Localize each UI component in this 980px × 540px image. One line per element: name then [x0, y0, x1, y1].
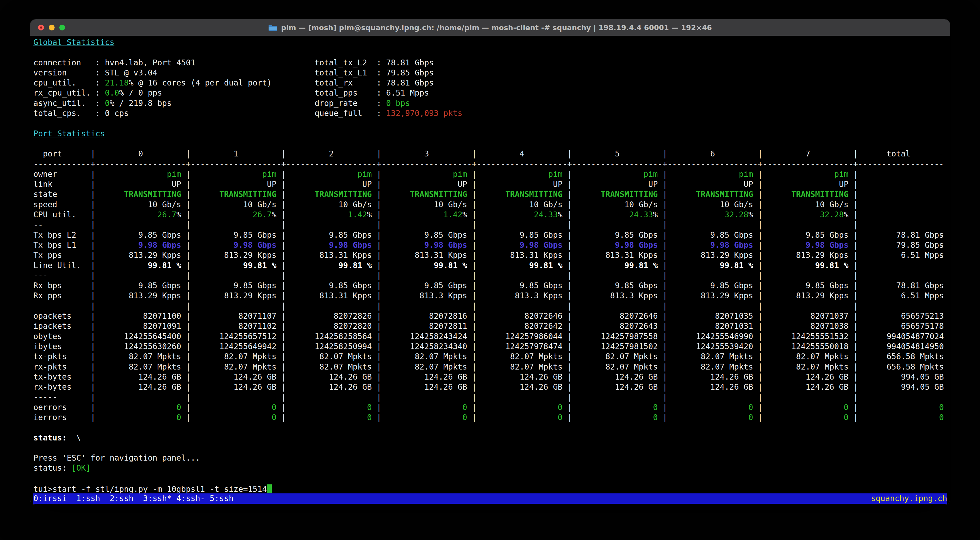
- prompt-line[interactable]: tui>start -f stl/ipng.py -m 10gbpsl1 -t …: [33, 483, 950, 493]
- blank-line: [33, 48, 950, 57]
- traffic-lights: [38, 19, 65, 36]
- table-row: link | UP | UP | UP | UP | UP | UP | UP …: [33, 179, 950, 189]
- blank-line: [33, 422, 950, 432]
- global-stats-line: rx_cpu_util. : 0.0% / 0 pps total_pps : …: [33, 88, 950, 98]
- screen-windows-list: 0:irssi 1:ssh 2:ssh 3:ssh* 4:ssh- 5:ssh: [33, 493, 234, 503]
- global-stats-line: cpu_util. : 21.18% @ 16 cores (4 per dua…: [33, 78, 950, 88]
- folder-icon: [268, 24, 277, 31]
- table-row: Rx bps | 9.85 Gbps | 9.85 Gbps | 9.85 Gb…: [33, 281, 950, 291]
- table-row: tx-pkts | 82.07 Mpkts | 82.07 Mpkts | 82…: [33, 351, 950, 362]
- table-row: obytes | 124255645400 | 124255657512 | 1…: [33, 331, 950, 341]
- table-header-row: port | 0 | 1 | 2 | 3 | 4 | 5 | 6 | 7 | t…: [33, 149, 950, 159]
- port-statistics-heading-line: Port Statistics: [33, 129, 950, 139]
- window-title-text: pim — [mosh] pim@squanchy.ipng.ch: /home…: [281, 24, 712, 32]
- table-row: CPU util. | 26.7% | 26.7% | 1.42% | 1.42…: [33, 210, 950, 220]
- table-row: ibytes | 124255630260 | 124255649942 | 1…: [33, 341, 950, 351]
- global-statistics-heading: Global Statistics: [33, 38, 115, 47]
- table-row: opackets | 82071100 | 82071107 | 8207282…: [33, 311, 950, 321]
- table-row: ----- | | | | | | | | |: [33, 392, 950, 402]
- status-ok-line: status: [OK]: [33, 463, 950, 473]
- table-row: Tx bps L1 | 9.98 Gbps | 9.98 Gbps | 9.98…: [33, 240, 950, 250]
- table-row: owner | pim | pim | pim | pim | pim | pi…: [33, 169, 950, 179]
- blank-line: [33, 118, 950, 129]
- table-row: oerrors | 0 | 0 | 0 | 0 | 0 | 0 | 0 | 0 …: [33, 402, 950, 412]
- terminal-cursor: [267, 484, 272, 493]
- table-separator: ------------+-------------------+-------…: [33, 159, 950, 169]
- table-row: speed | 10 Gb/s | 10 Gb/s | 10 Gb/s | 10…: [33, 200, 950, 210]
- global-stats-line: connection : hvn4.lab, Port 4501 total_t…: [33, 58, 950, 68]
- table-row: tx-bytes | 124.26 GB | 124.26 GB | 124.2…: [33, 372, 950, 382]
- table-row: Rx pps | 813.29 Kpps | 813.29 Kpps | 813…: [33, 291, 950, 301]
- global-stats-line: version : STL @ v3.04 total_tx_L1 : 79.8…: [33, 68, 950, 78]
- port-statistics-heading: Port Statistics: [33, 129, 105, 138]
- blank-line: [33, 443, 950, 453]
- zoom-button[interactable]: [59, 25, 65, 30]
- table-row: ipackets | 82071091 | 82071102 | 8207282…: [33, 321, 950, 331]
- titlebar[interactable]: pim — [mosh] pim@squanchy.ipng.ch: /home…: [30, 19, 950, 36]
- screen-status-bar: 0:irssi 1:ssh 2:ssh 3:ssh* 4:ssh- 5:ssh …: [33, 493, 947, 503]
- table-row: Line Util. | 99.81 % | 99.81 % | 99.81 %…: [33, 260, 950, 270]
- table-row: rx-pkts | 82.07 Mpkts | 82.07 Mpkts | 82…: [33, 362, 950, 372]
- blank-line: [33, 473, 950, 483]
- blank-line: [33, 139, 950, 149]
- close-button[interactable]: [38, 25, 44, 30]
- table-row: --- | | | | | | | | |: [33, 270, 950, 281]
- global-stats-line: async_util. : 0% / 219.8 bps drop_rate :…: [33, 98, 950, 108]
- status-spinner-line: status: \: [33, 433, 950, 443]
- table-row: | | | | | | | | |: [33, 301, 950, 311]
- esc-hint-line: Press 'ESC' for navigation panel...: [33, 453, 950, 463]
- port-statistics-table: port | 0 | 1 | 2 | 3 | 4 | 5 | 6 | 7 | t…: [33, 149, 950, 422]
- window-title: pim — [mosh] pim@squanchy.ipng.ch: /home…: [268, 24, 712, 32]
- terminal-screen[interactable]: Global Statistics connection : hvn4.lab,…: [30, 36, 950, 504]
- terminal-window: pim — [mosh] pim@squanchy.ipng.ch: /home…: [30, 19, 950, 505]
- global-statistics-heading-line: Global Statistics: [33, 37, 950, 48]
- esc-hint-text: Press 'ESC' for navigation panel...: [33, 453, 200, 462]
- table-row: -- | | | | | | | | |: [33, 220, 950, 230]
- minimize-button[interactable]: [49, 25, 54, 30]
- table-row: state | TRANSMITTING | TRANSMITTING | TR…: [33, 189, 950, 199]
- hostname: squanchy.ipng.ch: [871, 493, 947, 503]
- table-row: Tx pps | 813.29 Kpps | 813.29 Kpps | 813…: [33, 250, 950, 260]
- table-row: rx-bytes | 124.26 GB | 124.26 GB | 124.2…: [33, 382, 950, 392]
- global-stats-line: total_cps. : 0 cps queue_full : 132,970,…: [33, 108, 950, 118]
- desktop: pim — [mosh] pim@squanchy.ipng.ch: /home…: [0, 0, 980, 540]
- table-row: Tx bps L2 | 9.85 Gbps | 9.85 Gbps | 9.85…: [33, 230, 950, 240]
- global-statistics-block: connection : hvn4.lab, Port 4501 total_t…: [33, 58, 950, 119]
- table-row: ierrors | 0 | 0 | 0 | 0 | 0 | 0 | 0 | 0 …: [33, 412, 950, 422]
